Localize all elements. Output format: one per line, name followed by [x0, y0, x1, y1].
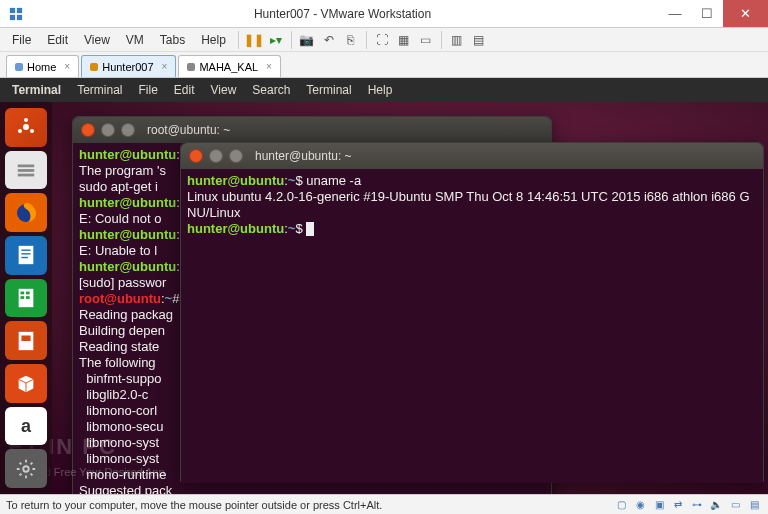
vm-tab-icon	[187, 63, 195, 71]
launcher-software-icon[interactable]	[5, 364, 47, 403]
launcher-impress-icon[interactable]	[5, 321, 47, 360]
tab-label: Home	[27, 61, 56, 73]
snapshot-button[interactable]: 📷	[296, 30, 318, 50]
vmware-app-icon	[6, 4, 26, 24]
terminal-maximize-icon[interactable]	[121, 123, 135, 137]
svg-point-7	[30, 129, 34, 133]
terminal-close-icon[interactable]	[189, 149, 203, 163]
terminal-title: hunter@ubuntu: ~	[255, 149, 352, 163]
launcher-files-icon[interactable]	[5, 151, 47, 190]
toolbar-separator	[441, 31, 442, 49]
unity-button[interactable]: ▦	[393, 30, 415, 50]
toolbar-separator	[238, 31, 239, 49]
menu-view[interactable]: View	[76, 31, 118, 49]
svg-rect-2	[10, 14, 15, 19]
svg-point-23	[23, 466, 29, 472]
launcher-calc-icon[interactable]	[5, 279, 47, 318]
library-button[interactable]: ▤	[468, 30, 490, 50]
unity-launcher: a	[0, 102, 52, 494]
launcher-firefox-icon[interactable]	[5, 193, 47, 232]
status-network-icon[interactable]: ⇄	[670, 498, 686, 512]
launcher-writer-icon[interactable]	[5, 236, 47, 275]
tab-close-icon[interactable]: ×	[266, 61, 272, 72]
status-usb-icon[interactable]: ⊶	[689, 498, 705, 512]
terminal-window-hunter[interactable]: hunter@ubuntu: ~ hunter@ubuntu:~$ uname …	[180, 142, 764, 482]
svg-point-6	[18, 129, 22, 133]
svg-rect-14	[21, 254, 30, 255]
tab-mahakal[interactable]: MAHA_KAL ×	[178, 55, 281, 77]
svg-rect-1	[17, 7, 22, 12]
svg-rect-10	[18, 174, 35, 177]
console-button[interactable]: ▭	[415, 30, 437, 50]
gnome-menubar: Terminal Terminal File Edit View Search …	[0, 78, 768, 102]
terminal-titlebar[interactable]: root@ubuntu: ~	[73, 117, 551, 143]
toolbar-separator	[366, 31, 367, 49]
revert-button[interactable]: ↶	[318, 30, 340, 50]
svg-rect-9	[18, 169, 35, 172]
gnome-menu-edit[interactable]: Edit	[166, 83, 203, 97]
menu-edit[interactable]: Edit	[39, 31, 76, 49]
vmware-statusbar: To return to your computer, move the mou…	[0, 494, 768, 514]
gnome-menu-terminal2[interactable]: Terminal	[298, 83, 359, 97]
launcher-amazon-icon[interactable]: a	[5, 407, 47, 446]
svg-point-4	[23, 124, 29, 130]
terminal-close-icon[interactable]	[81, 123, 95, 137]
terminal-minimize-icon[interactable]	[209, 149, 223, 163]
launcher-settings-icon[interactable]	[5, 449, 47, 488]
fullscreen-button[interactable]: ⛶	[371, 30, 393, 50]
status-floppy-icon[interactable]: ▣	[651, 498, 667, 512]
svg-rect-3	[17, 14, 22, 19]
terminal-title: root@ubuntu: ~	[147, 123, 230, 137]
status-sound-icon[interactable]: 🔈	[708, 498, 724, 512]
tab-home[interactable]: Home ×	[6, 55, 79, 77]
window-close-button[interactable]: ✕	[723, 0, 768, 27]
tab-label: MAHA_KAL	[199, 61, 258, 73]
window-titlebar: Hunter007 - VMware Workstation — ☐ ✕	[0, 0, 768, 28]
tab-label: Hunter007	[102, 61, 153, 73]
gnome-menu-help[interactable]: Help	[360, 83, 401, 97]
gnome-menu-file[interactable]: File	[130, 83, 165, 97]
vm-tab-icon	[90, 63, 98, 71]
status-cd-icon[interactable]: ◉	[632, 498, 648, 512]
gnome-menu-terminal[interactable]: Terminal	[69, 83, 130, 97]
terminal-body[interactable]: hunter@ubuntu:~$ uname -a Linux ubuntu 4…	[181, 169, 763, 483]
svg-rect-13	[21, 250, 30, 251]
terminal-minimize-icon[interactable]	[101, 123, 115, 137]
window-minimize-button[interactable]: —	[659, 0, 691, 27]
vmware-menubar: File Edit View VM Tabs Help ❚❚ ▸▾ 📷 ↶ ⎘ …	[0, 28, 768, 52]
terminal-maximize-icon[interactable]	[229, 149, 243, 163]
tab-close-icon[interactable]: ×	[64, 61, 70, 72]
snapshot-manager-button[interactable]: ⎘	[340, 30, 362, 50]
vm-viewport[interactable]: ET IN PC load Free Your Desired App Term…	[0, 78, 768, 494]
svg-point-5	[24, 118, 28, 122]
gnome-app-name: Terminal	[4, 83, 69, 97]
terminal-titlebar[interactable]: hunter@ubuntu: ~	[181, 143, 763, 169]
gnome-menu-search[interactable]: Search	[244, 83, 298, 97]
svg-rect-15	[21, 257, 27, 258]
gnome-menu-view[interactable]: View	[203, 83, 245, 97]
svg-rect-17	[21, 292, 25, 295]
svg-rect-22	[21, 335, 30, 341]
menu-help[interactable]: Help	[193, 31, 234, 49]
vmware-tabbar: Home × Hunter007 × MAHA_KAL ×	[0, 52, 768, 78]
thumbnail-button[interactable]: ▥	[446, 30, 468, 50]
menu-tabs[interactable]: Tabs	[152, 31, 193, 49]
window-maximize-button[interactable]: ☐	[691, 0, 723, 27]
window-title: Hunter007 - VMware Workstation	[26, 7, 659, 21]
svg-rect-19	[21, 296, 25, 299]
svg-rect-12	[19, 246, 34, 264]
pause-vm-button[interactable]: ❚❚	[243, 30, 265, 50]
status-hdd-icon[interactable]: ▢	[613, 498, 629, 512]
home-icon	[15, 63, 23, 71]
status-printer-icon[interactable]: ▭	[727, 498, 743, 512]
tab-hunter007[interactable]: Hunter007 ×	[81, 55, 176, 77]
menu-vm[interactable]: VM	[118, 31, 152, 49]
play-vm-button[interactable]: ▸▾	[265, 30, 287, 50]
tab-close-icon[interactable]: ×	[162, 61, 168, 72]
launcher-dash-icon[interactable]	[5, 108, 47, 147]
svg-rect-18	[26, 292, 30, 295]
status-message-icon[interactable]: ▤	[746, 498, 762, 512]
statusbar-hint: To return to your computer, move the mou…	[6, 499, 382, 511]
svg-rect-20	[26, 296, 30, 299]
menu-file[interactable]: File	[4, 31, 39, 49]
